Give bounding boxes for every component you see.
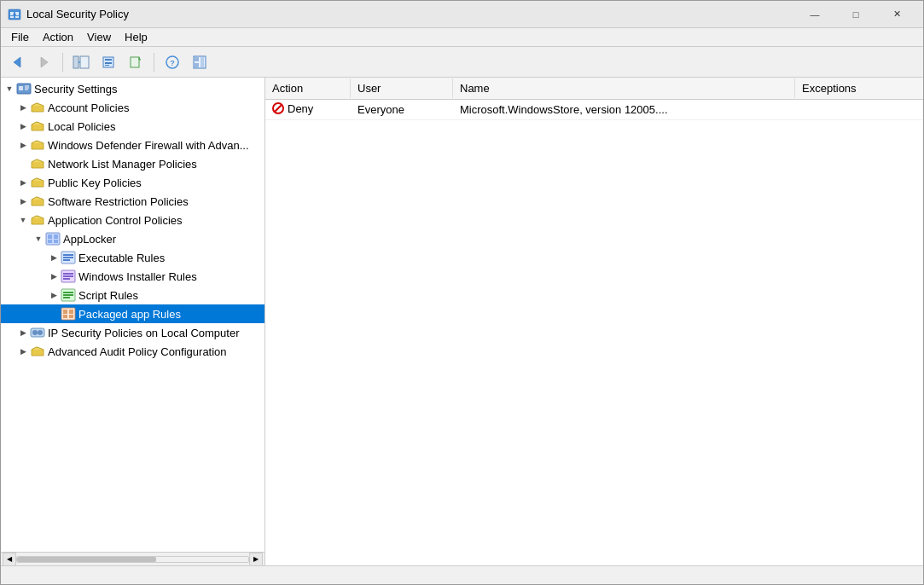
svg-rect-11 [105,59,112,61]
tree-item-public-key[interactable]: Public Key Policies [1,173,264,192]
show-hide-button[interactable] [68,50,94,74]
menu-bar: File Action View Help [1,28,923,47]
tree-item-installer-rules[interactable]: Windows Installer Rules [1,267,264,286]
tree-scrollbar[interactable]: ◀ ▶ [1,552,264,565]
app-icon [8,8,21,21]
svg-rect-41 [63,278,70,280]
forward-button[interactable] [32,50,57,74]
svg-rect-4 [15,16,19,18]
tree-item-app-control[interactable]: Application Control Policies [1,211,264,229]
app-control-icon [30,212,45,228]
scroll-thumb[interactable] [17,557,156,562]
svg-rect-50 [69,315,73,318]
svg-rect-31 [54,235,58,239]
advanced-audit-label: Advanced Audit Policy Configuration [48,345,227,358]
cell-exceptions [795,108,923,112]
toggle-script-rules[interactable] [47,288,61,302]
installer-rules-label: Windows Installer Rules [78,270,197,283]
network-list-icon [30,156,45,171]
applocker-icon [45,231,61,246]
tree-item-script-rules[interactable]: Script Rules [1,286,264,304]
forward-icon [38,55,51,69]
account-policies-icon [30,100,45,115]
toggle-network-list [16,157,30,171]
toggle-executable-rules[interactable] [47,251,61,264]
help-button[interactable]: ? [160,50,185,74]
tree-item-security-settings[interactable]: Security Settings [1,79,264,98]
toggle-software-restriction[interactable] [16,194,30,208]
executable-rules-icon [61,250,76,265]
close-button[interactable]: ✕ [877,3,916,26]
svg-rect-33 [54,240,58,243]
window-controls: — □ ✕ [795,3,916,26]
script-rules-icon [61,287,76,303]
toggle-applocker[interactable] [32,232,45,246]
list-row[interactable]: Deny Everyone Microsoft.WindowsStore, ve… [265,100,923,120]
properties-button[interactable] [96,50,121,74]
menu-view[interactable]: View [80,29,118,45]
svg-rect-47 [63,310,67,314]
tree-item-executable-rules[interactable]: Executable Rules [1,248,264,267]
toggle-public-key[interactable] [16,176,30,189]
svg-rect-23 [195,63,199,67]
tree-item-local-policies[interactable]: Local Policies [1,117,264,136]
tree-container: Security Settings Account Policies [1,78,264,552]
properties-icon [102,55,115,69]
toggle-installer-rules[interactable] [47,269,61,283]
export-button[interactable] [123,50,148,74]
svg-rect-37 [63,259,70,261]
toggle-local-policies[interactable] [16,119,30,133]
security-settings-label: Security Settings [34,83,118,96]
svg-rect-14 [131,57,139,67]
firewall-icon [30,137,45,153]
back-icon [10,55,24,69]
toggle-security-settings[interactable] [3,82,16,96]
title-bar: Local Security Policy — □ ✕ [1,1,923,28]
tree-item-advanced-audit[interactable]: Advanced Audit Policy Configuration [1,342,264,361]
public-key-icon [30,175,45,190]
svg-rect-25 [19,86,23,90]
scroll-right-arrow[interactable]: ▶ [249,553,263,566]
toolbar-separator-2 [154,53,154,72]
maximize-button[interactable]: □ [836,3,875,26]
col-header-name[interactable]: Name [453,78,795,98]
ip-security-icon [30,325,45,340]
menu-action[interactable]: Action [36,29,80,45]
tree-item-packaged-app-rules[interactable]: Packaged app Rules [1,304,264,323]
toggle-ip-security[interactable] [16,326,30,339]
tree-item-network-list[interactable]: Network List Manager Policies [1,154,264,173]
applocker-label: AppLocker [63,233,116,246]
packaged-app-rules-icon [61,306,76,321]
col-header-user[interactable]: User [351,78,453,98]
show-hide-icon [73,55,90,69]
svg-rect-13 [105,65,109,66]
tree-item-applocker[interactable]: AppLocker [1,229,264,248]
scroll-track[interactable] [16,556,249,563]
menu-file[interactable]: File [4,29,36,45]
export-icon [129,55,142,69]
toggle-account-policies[interactable] [16,101,30,114]
menu-help[interactable]: Help [118,29,154,45]
toggle-app-control[interactable] [16,213,30,227]
svg-rect-7 [73,56,78,68]
scroll-left-arrow[interactable]: ◀ [3,553,16,566]
col-header-exceptions[interactable]: Exceptions [795,78,923,98]
svg-rect-49 [63,315,67,318]
svg-rect-32 [48,240,52,243]
minimize-button[interactable]: — [795,3,834,26]
col-header-action[interactable]: Action [265,78,351,98]
toolbar-separator-1 [62,53,63,72]
tree-item-software-restriction[interactable]: Software Restriction Policies [1,192,264,211]
window-title: Local Security Policy [26,8,795,20]
tree-item-account-policies[interactable]: Account Policies [1,98,264,117]
svg-marker-5 [14,57,20,67]
right-panel: Action User Name Exceptions Deny Everyon… [265,78,923,565]
tree-item-ip-security[interactable]: IP Security Policies on Local Computer [1,323,264,342]
toggle-advanced-audit[interactable] [16,345,30,358]
status-bar [1,565,923,584]
toggle-firewall[interactable] [16,138,30,152]
public-key-label: Public Key Policies [48,177,142,189]
info-button[interactable] [187,50,212,74]
tree-item-firewall[interactable]: Windows Defender Firewall with Advan... [1,136,264,154]
back-button[interactable] [4,50,30,74]
